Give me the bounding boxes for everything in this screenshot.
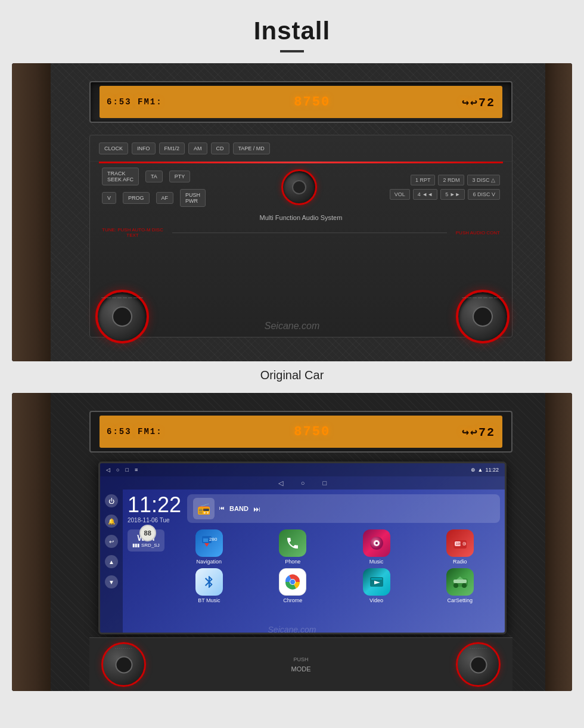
status-nav-icons: ◁ ○ □ ≡ — [106, 467, 138, 473]
app-chrome-icon[interactable] — [279, 568, 306, 596]
app-chrome-container: Chrome — [253, 568, 333, 603]
app-radio-label: Radio — [453, 559, 467, 565]
seat-left — [12, 63, 51, 361]
original-car-image: 6:53 FM1: 8750 ↪↩72 CLOCK INFO FM1/2 AM … — [12, 63, 572, 361]
button-row-1: CLOCK INFO FM1/2 AM CD TAPE / MD — [90, 135, 512, 162]
nav-home[interactable]: ○ — [301, 479, 305, 487]
sidebar-volup[interactable]: ▲ — [105, 555, 118, 568]
app-chrome-label: Chrome — [283, 597, 302, 603]
main-knob[interactable] — [281, 169, 317, 205]
app-music-container: Music — [336, 529, 416, 565]
music-prev[interactable]: ⏮ — [219, 505, 225, 511]
btn-tape[interactable]: TAPE / MD — [233, 142, 270, 154]
am-oem-display: 6:53 FM1: 8750 ↪↩72 — [89, 411, 512, 453]
menu-icon[interactable]: ≡ — [135, 467, 138, 473]
btn-fm12[interactable]: FM1/2 — [159, 142, 185, 154]
app-carsetting-container: CarSetting — [420, 568, 500, 603]
btn-pwr[interactable]: PUSHPWR — [180, 189, 206, 207]
android-date: 2018-11-06 Tue — [128, 517, 181, 523]
app-music-icon[interactable] — [363, 529, 390, 557]
status-bar: ◁ ○ □ ≡ ⊕ ▲ 11:22 — [100, 463, 505, 476]
android-screen: ◁ ○ □ ≡ ⊕ ▲ 11:22 ◁ ○ □ — [98, 461, 507, 634]
music-next[interactable]: ⏭ — [253, 505, 260, 513]
app-video-label: Video — [369, 597, 383, 603]
btn-pty[interactable]: PTY — [169, 171, 191, 182]
btn-clock[interactable]: CLOCK — [99, 142, 128, 154]
sidebar-back[interactable]: ↩ — [105, 535, 118, 548]
btn-track[interactable]: TRACKSEEK AFC — [102, 168, 139, 185]
android-sidebar: ⏻ 🔔 ↩ ▲ ▼ — [100, 490, 123, 633]
btn-1rpt[interactable]: 1 RPT — [411, 175, 436, 185]
seat-right — [545, 63, 572, 361]
wifi-icon: ▲ — [478, 467, 483, 473]
title-divider — [280, 50, 304, 52]
wifi-sub: ▮▮▮ SRD_SJ — [132, 543, 160, 548]
android-navbar: ◁ ○ □ — [100, 476, 505, 490]
music-label: BAND — [229, 505, 248, 512]
nav-back[interactable]: ◁ — [278, 479, 283, 487]
app-btmusic-label: BT Music — [198, 597, 220, 603]
app-navigation-container: 280 Navigation — [169, 529, 249, 565]
btn-4[interactable]: 4 ◄◄ — [413, 189, 437, 200]
app-phone-icon[interactable] — [279, 529, 306, 557]
btn-cd[interactable]: CD — [211, 142, 229, 154]
app-radio-icon[interactable]: 108.00 — [446, 529, 474, 557]
app-navigation-icon[interactable]: 280 — [195, 529, 223, 557]
back-icon[interactable]: ◁ — [106, 467, 110, 473]
recents-icon[interactable]: □ — [125, 467, 128, 473]
btn-ta[interactable]: TA — [145, 171, 163, 182]
sidebar-power[interactable]: ⏻ — [105, 494, 118, 507]
app-carsetting-label: CarSetting — [448, 597, 473, 603]
status-right: ⊕ ▲ 11:22 — [471, 467, 499, 473]
circle-badge[interactable]: 88 — [139, 525, 156, 541]
btn-prog[interactable]: PROG — [123, 192, 150, 204]
btn-info[interactable]: INFO — [132, 142, 156, 154]
aftermarket-image: 6:53 FM1: 8750 ↪↩72 ◁ ○ □ ≡ ⊕ ▲ 11:22 — [12, 393, 572, 691]
svg-text:108.00: 108.00 — [456, 542, 465, 546]
btn-am[interactable]: AM — [188, 142, 207, 154]
big-knob-left[interactable]: — — — — — — — — — [95, 290, 149, 343]
sidebar-voldown[interactable]: ▼ — [105, 575, 118, 588]
wifi-bars-icon: ▮▮▮ — [132, 543, 139, 548]
app-grid: 280 Navigation — [169, 529, 500, 603]
display-text-main: 8750 — [294, 95, 330, 110]
watermark-aftermarket: Seicane.com — [268, 625, 316, 634]
home-icon[interactable]: ○ — [116, 467, 119, 473]
app-btmusic-container: BT Music — [169, 568, 249, 603]
nav-recents[interactable]: □ — [323, 479, 327, 487]
btn-2rdm[interactable]: 2 RDM — [438, 175, 464, 185]
android-content: ⏻ 🔔 ↩ ▲ ▼ 11:22 2018-11-06 Tue — [100, 490, 505, 633]
btn-vol[interactable]: VOL — [390, 189, 410, 200]
am-bottom-panel: · · · · · · · · · PUSH MODE · · · · · · … — [89, 637, 512, 691]
btn-6disc[interactable]: 6 DISC V — [468, 189, 500, 200]
app-music-label: Music — [369, 559, 384, 565]
android-time: 11:22 — [128, 494, 181, 516]
app-video-icon[interactable] — [363, 568, 390, 596]
app-phone-label: Phone — [285, 559, 300, 565]
music-widget: 📻 ⏮ BAND ⏭ — [187, 494, 500, 523]
sidebar-bell[interactable]: 🔔 — [105, 515, 118, 528]
display-text-right: ↪↩72 — [462, 95, 495, 110]
btn-af[interactable]: AF — [156, 192, 174, 204]
svg-point-11 — [290, 580, 295, 584]
app-carsetting-icon[interactable] — [446, 568, 474, 596]
am-display-left: 6:53 FM1: — [107, 427, 163, 436]
btn-3disc[interactable]: 3 DISC △ — [467, 175, 500, 185]
page-title: Install — [254, 17, 330, 45]
app-navigation-label: Navigation — [197, 559, 222, 565]
btn-v[interactable]: V — [102, 192, 116, 204]
app-video-container: Video — [336, 568, 416, 603]
center-knob-area: TRACKSEEK AFC TA PTY V PROG AF PUSHPWR 1… — [90, 163, 512, 211]
svg-point-14 — [453, 583, 458, 588]
am-seat-right — [545, 393, 572, 691]
status-time: 11:22 — [485, 467, 499, 473]
oem-display: 6:53 FM1: 8750 ↪↩72 — [89, 81, 512, 123]
app-btmusic-icon[interactable] — [195, 568, 223, 596]
android-top: 11:22 2018-11-06 Tue 📻 ⏮ BAND — [128, 494, 500, 523]
big-knob-right[interactable]: — — — — — — — — — [456, 290, 510, 343]
btn-5[interactable]: 5 ►► — [440, 189, 465, 200]
gps-icon: ⊕ — [471, 467, 476, 473]
am-knob-left[interactable]: · · · · · · · · · — [101, 642, 146, 687]
display-text-left: 6:53 FM1: — [107, 97, 163, 107]
am-knob-right[interactable]: · · · · · · · · · — [456, 642, 501, 687]
